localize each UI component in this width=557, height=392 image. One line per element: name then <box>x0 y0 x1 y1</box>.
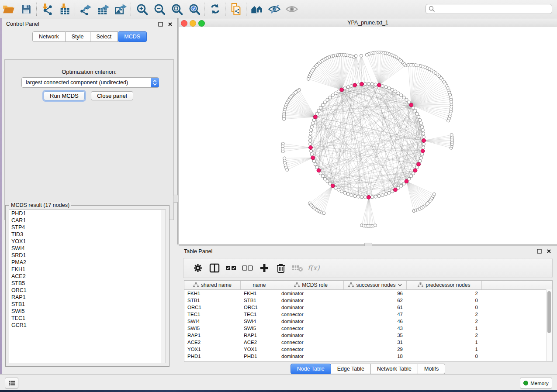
search-box[interactable] <box>426 4 552 14</box>
float-panel-icon[interactable] <box>536 248 542 254</box>
table-scrollbar-thumb[interactable] <box>547 291 551 333</box>
tab-mcds[interactable]: MCDS <box>118 31 147 42</box>
network-canvas[interactable] <box>179 27 557 244</box>
tab-node-table[interactable]: Node Table <box>291 364 331 374</box>
mcds-result-item[interactable]: GCR1 <box>9 322 166 329</box>
zoom-in-icon <box>136 3 148 15</box>
mcds-result-item[interactable]: STP4 <box>9 224 166 231</box>
deselect-all-columns-button[interactable] <box>239 260 256 276</box>
mcds-result-item[interactable]: TID3 <box>9 231 166 238</box>
table-row-YOX1[interactable]: YOX1YOX1connector291 <box>184 346 552 353</box>
column-label: predecessor nodes <box>426 282 470 288</box>
list-icon <box>8 380 15 386</box>
cell-successor-nodes: 35 <box>344 333 407 338</box>
vertical-splitter-handle[interactable] <box>173 195 178 203</box>
select-all-columns-button[interactable] <box>223 260 239 276</box>
column-header-successor-nodes[interactable]: successor nodes <box>344 281 407 289</box>
column-header-shared-name[interactable]: shared name <box>184 281 241 289</box>
refresh-button[interactable] <box>206 2 224 17</box>
table-row-STB1[interactable]: STB1STB1dominator620 <box>184 297 552 304</box>
search-input[interactable] <box>435 5 552 14</box>
import-table-button[interactable] <box>56 2 73 17</box>
tab-edge-table[interactable]: Edge Table <box>331 364 371 374</box>
save-button[interactable] <box>17 2 35 17</box>
mcds-result-list[interactable]: PHD1CAR1STP4TID3YOX1SWI4SRD1PMA2FKH1ACE2… <box>9 210 166 363</box>
task-history-button[interactable] <box>5 378 18 389</box>
table-row-RAP1[interactable]: RAP1RAP1dominator352 <box>184 332 552 339</box>
open-button[interactable] <box>0 2 17 17</box>
cell-name: SWI4 <box>241 319 278 324</box>
column-header-MCDS-role[interactable]: MCDS role <box>278 281 344 289</box>
zoom-in-button[interactable] <box>133 2 150 17</box>
plus-icon <box>259 263 269 273</box>
cell-shared-name: PHD1 <box>184 354 241 359</box>
cell-successor-nodes: 29 <box>344 347 407 352</box>
network-window-titlebar[interactable]: YPA_prune.txt_1 <box>179 18 557 28</box>
tab-network[interactable]: Network <box>32 31 66 42</box>
mcds-result-item[interactable]: ACE2 <box>9 273 166 280</box>
zoom-out-button[interactable] <box>150 2 168 17</box>
table-row-SWI4[interactable]: SWI4SWI4dominator462 <box>184 318 552 325</box>
mcds-result-item[interactable]: TEC1 <box>9 315 166 322</box>
toolbar-separator <box>225 3 226 16</box>
table-row-FKH1[interactable]: FKH1FKH1dominator962 <box>184 290 552 297</box>
gear-icon <box>193 263 203 273</box>
mcds-result-item[interactable]: YOX1 <box>9 238 166 245</box>
clone-network-icon <box>230 3 242 15</box>
tab-style[interactable]: Style <box>66 31 90 42</box>
cell-MCDS-role: dominator <box>278 305 344 310</box>
tab-motifs[interactable]: Motifs <box>418 364 445 374</box>
memory-button[interactable]: Memory <box>520 378 552 389</box>
close-panel-button[interactable]: Close panel <box>91 91 133 100</box>
tab-network-table[interactable]: Network Table <box>371 364 418 374</box>
table-body: FKH1FKH1dominator962STB1STB1dominator620… <box>184 290 552 360</box>
export-image-button[interactable] <box>112 2 129 17</box>
export-network-button[interactable] <box>77 2 94 17</box>
zoom-fit-button[interactable] <box>168 2 185 17</box>
cell-name: STB1 <box>241 298 278 303</box>
export-table-button[interactable] <box>94 2 112 17</box>
mcds-result-item[interactable]: PMA2 <box>9 259 166 266</box>
table-row-ACE2[interactable]: ACE2ACE2connector311 <box>184 339 552 346</box>
close-panel-icon[interactable] <box>546 248 552 254</box>
add-column-button[interactable] <box>256 260 273 276</box>
table-row-TEC1[interactable]: TEC1TEC1connector472 <box>184 311 552 318</box>
houses-icon <box>250 3 263 15</box>
mcds-result-item[interactable]: CAR1 <box>9 217 166 224</box>
mcds-result-item[interactable]: ORC1 <box>9 287 166 294</box>
delete-column-button[interactable] <box>273 260 289 276</box>
zoom-selected-button[interactable] <box>185 2 203 17</box>
column-layout-button[interactable] <box>206 260 223 276</box>
table-row-ORC1[interactable]: ORC1ORC1dominator610 <box>184 304 552 311</box>
tab-select[interactable]: Select <box>90 31 118 42</box>
cell-successor-nodes: 43 <box>344 326 407 331</box>
delete-table-button <box>289 260 306 276</box>
table-row-SWI5[interactable]: SWI5SWI5connector431 <box>184 325 552 332</box>
mcds-result-item[interactable]: SWI5 <box>9 308 166 315</box>
mcds-result-group: MCDS result (17 nodes) PHD1CAR1STP4TID3Y… <box>5 205 170 367</box>
mcds-result-item[interactable]: STB5 <box>9 280 166 287</box>
import-network-button[interactable] <box>38 2 56 17</box>
table-settings-button[interactable] <box>190 260 206 276</box>
result-list-scrollbar[interactable] <box>161 210 166 363</box>
run-mcds-button[interactable]: Run MCDS <box>44 91 85 100</box>
mcds-result-item[interactable]: STB1 <box>9 301 166 308</box>
mcds-result-item[interactable]: SRD1 <box>9 252 166 259</box>
table-scrollbar[interactable] <box>546 289 552 361</box>
column-header-name[interactable]: name <box>241 281 278 289</box>
clone-network-button[interactable] <box>227 2 245 17</box>
cell-shared-name: ORC1 <box>184 305 241 310</box>
mcds-result-item[interactable]: PHD1 <box>9 210 166 217</box>
optimization-criterion-select[interactable]: largest connected component (undirected) <box>21 77 159 88</box>
close-panel-icon[interactable] <box>167 21 173 27</box>
hide-selected-button[interactable] <box>266 2 283 17</box>
mcds-result-item[interactable]: RAP1 <box>9 294 166 301</box>
table-row-PHD1[interactable]: PHD1PHD1dominator180 <box>184 353 552 360</box>
column-header-predecessor-nodes[interactable]: predecessor nodes <box>407 281 482 289</box>
first-neighbors-button[interactable] <box>248 2 266 17</box>
import-network-icon <box>41 3 53 15</box>
cell-predecessor-nodes: 0 <box>407 354 482 359</box>
mcds-result-item[interactable]: SWI4 <box>9 245 166 252</box>
mcds-result-item[interactable]: FKH1 <box>9 266 166 273</box>
float-panel-icon[interactable] <box>157 21 163 27</box>
